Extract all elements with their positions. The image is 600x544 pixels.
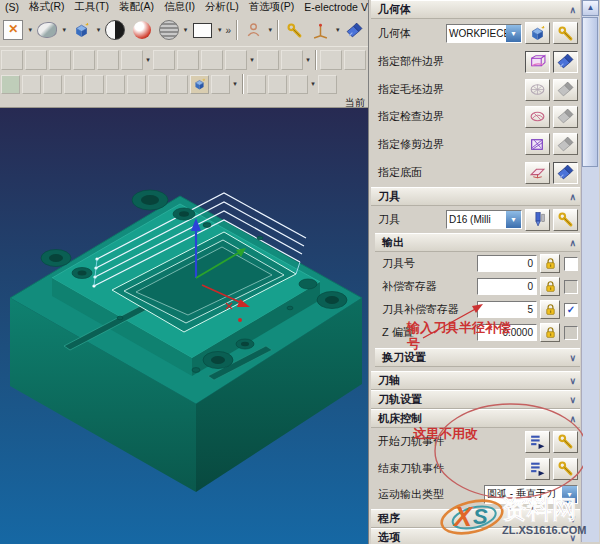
dropdown-arrow-icon[interactable]: ▾	[266, 26, 274, 34]
section-header-tool-axis[interactable]: 刀轴∨	[371, 371, 580, 390]
panel-scrollbar[interactable]: ▲	[581, 0, 599, 542]
menu-item-format[interactable]: 格式(R)	[24, 0, 70, 14]
end-events-wrench-button[interactable]	[553, 458, 578, 480]
z-offset-checkbox[interactable]	[564, 326, 578, 340]
menu-item-info[interactable]: 信息(I)	[159, 0, 200, 14]
dropdown-arrow-icon[interactable]: ▾	[61, 26, 69, 34]
dropdown-arrow-icon[interactable]: ▾	[216, 26, 224, 34]
tool-number-checkbox[interactable]	[564, 257, 578, 271]
toolbar-button[interactable]	[85, 75, 104, 94]
dropdown-arrow-icon[interactable]: ▾	[309, 80, 317, 88]
edit-tool-button[interactable]	[553, 209, 578, 231]
menu-item-e-electrode[interactable]: E-electrode V1.9	[299, 1, 368, 13]
toolbar-button[interactable]	[225, 50, 247, 70]
toolbar-button[interactable]	[318, 75, 337, 94]
section-header-geometry[interactable]: 几何体∧	[371, 0, 580, 19]
chevron-down-icon[interactable]: ∨	[569, 395, 576, 405]
overflow-chevron-icon[interactable]: »	[225, 25, 231, 36]
chevron-down-icon[interactable]: ∨	[569, 533, 576, 543]
dropdown-arrow-icon[interactable]: ▾	[231, 80, 239, 88]
floor-select-button[interactable]	[553, 162, 578, 184]
blank-boundary-select-button[interactable]	[553, 79, 578, 101]
scrollbar-thumb[interactable]	[582, 17, 598, 167]
toolbar-button[interactable]	[289, 75, 308, 94]
layer-display-button[interactable]	[156, 17, 181, 43]
part-boundary-button[interactable]	[525, 51, 550, 73]
section-header-machine-control[interactable]: 机床控制∧	[371, 409, 580, 428]
start-events-edit-button[interactable]	[525, 431, 550, 453]
toolbar-button[interactable]	[97, 50, 119, 70]
menu-item-preferences[interactable]: 首选项(P)	[244, 0, 300, 14]
chevron-up-icon[interactable]: ∧	[569, 192, 576, 202]
motion-output-dropdown[interactable]: 圆弧 - 垂直于刀▼	[484, 485, 578, 504]
toolbar-button[interactable]	[177, 50, 199, 70]
lock-icon[interactable]	[540, 323, 560, 342]
dropdown-arrow-icon[interactable]: ▾	[248, 56, 256, 64]
toolbar-button[interactable]	[127, 75, 146, 94]
chevron-up-icon[interactable]: ∧	[569, 5, 576, 15]
dropdown-arrow-icon[interactable]: ▾	[182, 26, 190, 34]
chevron-down-icon[interactable]: ∨	[569, 353, 576, 363]
fit-view-button[interactable]: ✕	[1, 17, 26, 43]
tool-comp-register-checkbox[interactable]: ✓	[564, 303, 578, 317]
new-tool-button[interactable]	[525, 209, 550, 231]
toolbar-button[interactable]	[49, 50, 71, 70]
toolbar-button[interactable]	[121, 50, 143, 70]
menu-item-analysis[interactable]: 分析(L)	[200, 0, 244, 14]
trim-boundary-button[interactable]	[525, 133, 550, 155]
toolbar-button[interactable]	[25, 50, 47, 70]
transform-c-button[interactable]	[343, 17, 368, 43]
trim-boundary-select-button[interactable]	[553, 133, 578, 155]
render-style-button[interactable]	[130, 17, 155, 43]
blank-boundary-button[interactable]	[525, 79, 550, 101]
geometry-dropdown[interactable]: WORKPIECE▼	[446, 24, 522, 43]
cube-tool-button[interactable]	[190, 75, 209, 94]
dropdown-arrow-icon[interactable]: ▾	[144, 56, 152, 64]
edit-geometry-button[interactable]	[553, 22, 578, 44]
toolbar-button[interactable]	[169, 75, 188, 94]
new-geometry-button[interactable]	[525, 22, 550, 44]
tool-number-input[interactable]: 0	[477, 255, 537, 272]
chevron-up-icon[interactable]: ∧	[569, 238, 576, 248]
isometric-view-button[interactable]	[69, 17, 94, 43]
dropdown-arrow-icon[interactable]: ▾	[304, 56, 312, 64]
dropdown-arrow-icon[interactable]: ▾	[27, 26, 35, 34]
window-button[interactable]	[190, 17, 215, 43]
toolbar-button[interactable]	[211, 75, 230, 94]
lock-icon[interactable]	[540, 277, 560, 296]
menu-item-tools[interactable]: 工具(T)	[70, 0, 114, 14]
menu-item-assembly[interactable]: 装配(A)	[114, 0, 159, 14]
start-events-wrench-button[interactable]	[553, 431, 578, 453]
section-header-program[interactable]: 程序∨	[371, 509, 580, 528]
comp-register-checkbox[interactable]	[564, 280, 578, 294]
graphics-viewport[interactable]	[0, 108, 368, 544]
floor-button[interactable]	[525, 162, 550, 184]
dropdown-arrow-icon[interactable]: ▾	[334, 26, 342, 34]
lock-icon[interactable]	[540, 254, 560, 273]
toolbar-button[interactable]	[257, 50, 279, 70]
section-header-path-settings[interactable]: 刀轨设置∨	[371, 390, 580, 409]
tool-comp-register-input[interactable]: 5	[477, 301, 537, 318]
tool-dropdown[interactable]: D16 (Milli▼	[446, 210, 522, 229]
toolbar-button[interactable]	[73, 50, 95, 70]
toolbar-button[interactable]	[344, 50, 366, 70]
chevron-up-icon[interactable]: ∧	[569, 414, 576, 424]
toolbar-button[interactable]	[281, 50, 303, 70]
shaded-display-button[interactable]	[103, 17, 128, 43]
comp-register-input[interactable]: 0	[477, 278, 537, 295]
transform-b-button[interactable]	[308, 17, 333, 43]
chevron-down-icon[interactable]: ▼	[506, 25, 521, 42]
section-header-tool-change[interactable]: 换刀设置∨	[375, 348, 580, 367]
chevron-down-icon[interactable]: ▼	[562, 486, 577, 503]
transform-a-button[interactable]	[282, 17, 307, 43]
section-header-output[interactable]: 输出∧	[375, 233, 580, 252]
toolbar-button[interactable]	[148, 75, 167, 94]
toolbar-button[interactable]	[64, 75, 83, 94]
section-header-tool[interactable]: 刀具∧	[371, 187, 580, 206]
toolbar-button[interactable]	[268, 75, 287, 94]
toolbar-button[interactable]	[106, 75, 125, 94]
z-offset-input[interactable]: 0.0000	[477, 324, 537, 341]
check-boundary-select-button[interactable]	[553, 106, 578, 128]
part-boundary-select-button[interactable]	[553, 51, 578, 73]
lock-icon[interactable]	[540, 300, 560, 319]
